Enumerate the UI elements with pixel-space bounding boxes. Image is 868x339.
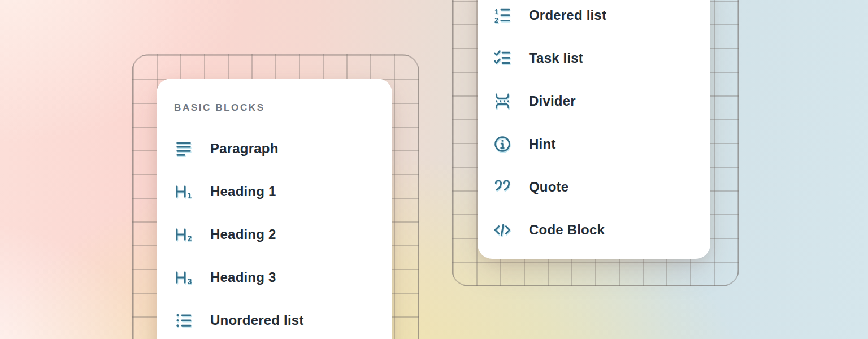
menu-item-quote[interactable]: Quote [478,166,710,208]
basic-blocks-menu: BASIC BLOCKS Paragraph 1 Heading 1 2 Hea… [157,79,392,339]
menu-item-heading-3[interactable]: 3 Heading 3 [157,256,392,299]
menu-item-label: Unordered list [210,312,304,328]
blocks-menu-continued: 1 2 Ordered list Task list Divider [478,0,710,259]
menu-item-task-list[interactable]: Task list [478,37,710,80]
quote-icon [493,177,512,197]
menu-item-label: Code Block [529,222,605,238]
svg-text:2: 2 [494,16,498,24]
heading-1-icon: 1 [174,182,193,201]
menu-item-unordered-list[interactable]: Unordered list [157,299,392,339]
menu-item-heading-1[interactable]: 1 Heading 1 [157,170,392,213]
svg-text:2: 2 [187,234,192,243]
hero-graphic: BASIC BLOCKS Paragraph 1 Heading 1 2 Hea… [0,0,868,339]
code-block-icon [493,220,512,240]
menu-item-hint[interactable]: Hint [478,123,710,166]
svg-text:3: 3 [187,277,192,286]
menu-item-heading-2[interactable]: 2 Heading 2 [157,213,392,256]
menu-item-label: Quote [529,179,568,195]
menu-item-label: Heading 1 [210,184,276,199]
heading-2-icon: 2 [174,225,193,244]
menu-item-code-block[interactable]: Code Block [478,208,710,251]
unordered-list-icon [174,311,193,330]
menu-item-label: Hint [529,136,555,152]
paragraph-icon [174,139,193,158]
divider-icon [493,92,512,111]
section-label: BASIC BLOCKS [174,102,392,114]
menu-item-paragraph[interactable]: Paragraph [157,127,392,170]
menu-item-label: Heading 2 [210,227,276,242]
ordered-list-icon: 1 2 [493,6,512,25]
menu-item-label: Paragraph [210,141,279,157]
menu-item-label: Divider [529,93,576,109]
menu-item-divider[interactable]: Divider [478,80,710,123]
menu-item-label: Task list [529,50,583,66]
svg-text:1: 1 [187,191,192,200]
menu-item-label: Heading 3 [210,270,276,285]
hint-icon [493,134,512,154]
heading-3-icon: 3 [174,268,193,287]
task-list-icon [493,49,512,68]
menu-item-label: Ordered list [529,7,606,23]
menu-item-ordered-list[interactable]: 1 2 Ordered list [478,0,710,37]
svg-text:1: 1 [494,7,499,16]
